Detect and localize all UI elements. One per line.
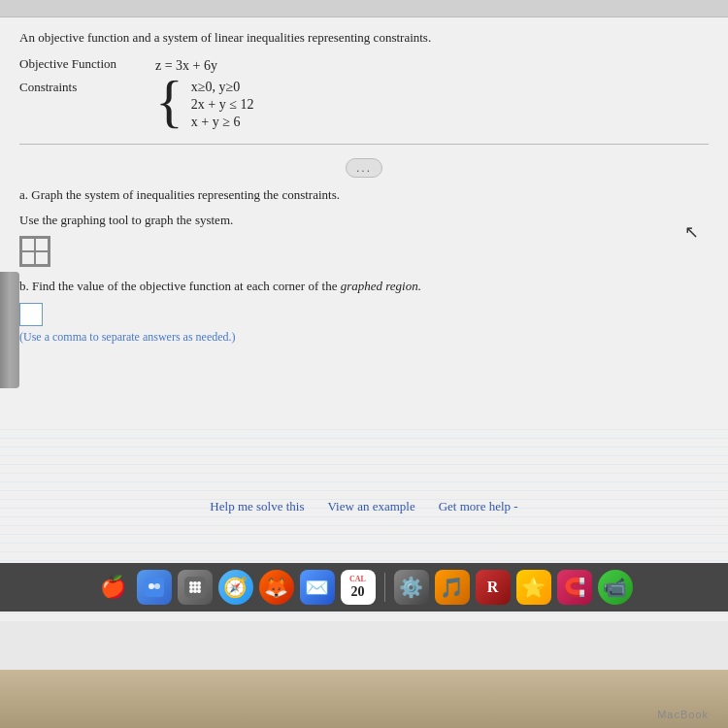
cursor-arrow: ↖ — [684, 221, 699, 243]
constraints-row: Constraints { x≥0, y≥0 2x + y ≤ 12 x + y… — [19, 80, 709, 130]
svg-point-10 — [189, 589, 193, 593]
dock-divider — [384, 573, 385, 602]
macbook-label: MacBook — [657, 709, 709, 720]
constraints-label: Constraints — [19, 80, 155, 130]
screen: An objective function and a system of li… — [0, 0, 728, 670]
bottom-links: Help me solve this View an example Get m… — [0, 499, 728, 514]
dock-system-prefs-icon[interactable]: ⚙️ — [394, 570, 429, 605]
svg-point-11 — [193, 589, 197, 593]
graph-quadrant-2 — [35, 238, 49, 251]
example-link[interactable]: View an example — [328, 499, 415, 514]
svg-point-4 — [189, 581, 193, 585]
dock-finder-icon[interactable] — [137, 570, 172, 605]
help-link[interactable]: Help me solve this — [210, 499, 304, 514]
dock-mail-icon[interactable]: ✉️ — [300, 570, 335, 605]
dock-starred-icon[interactable]: ⭐ — [516, 570, 551, 605]
question-section: a. Graph the system of inequalities repr… — [19, 185, 709, 345]
svg-point-7 — [189, 585, 193, 589]
graph-tool-icon[interactable] — [19, 236, 50, 267]
divider — [19, 144, 709, 145]
dock-magnet-icon[interactable]: 🧲 — [557, 570, 592, 605]
hint-text: (Use a comma to separate answers as need… — [19, 330, 709, 345]
charging-cable — [0, 272, 19, 388]
graph-quadrant-4 — [35, 251, 49, 265]
dock-reeder-icon[interactable]: R — [476, 570, 511, 605]
svg-point-8 — [193, 585, 197, 589]
svg-point-1 — [149, 583, 154, 589]
brace-icon: { — [155, 72, 183, 130]
svg-point-9 — [197, 585, 201, 589]
answer-input-box[interactable] — [19, 303, 43, 326]
question-a-text: a. Graph the system of inequalities repr… — [19, 185, 709, 205]
dock-facetime-icon[interactable]: 📹 — [598, 570, 633, 605]
svg-point-12 — [197, 589, 201, 593]
constraints-list: x≥0, y≥0 2x + y ≤ 12 x + y ≥ 6 — [191, 80, 254, 130]
dock-apple-icon[interactable]: 🍎 — [96, 570, 131, 605]
dots-button[interactable]: ... — [346, 158, 382, 178]
dock-safari-icon[interactable]: 🧭 — [218, 570, 253, 605]
svg-point-6 — [197, 581, 201, 585]
constraint-2: 2x + y ≤ 12 — [191, 97, 254, 113]
objective-label: Objective Function — [19, 56, 155, 74]
constraint-1: x≥0, y≥0 — [191, 80, 254, 95]
dock-sound-icon[interactable]: 🎵 — [435, 570, 470, 605]
graph-quadrant-3 — [21, 251, 35, 265]
svg-point-2 — [154, 583, 160, 589]
question-b-text: b. Find the value of the objective funct… — [19, 277, 709, 296]
graphing-instruction: Use the graphing tool to graph the syste… — [19, 213, 709, 228]
top-bar — [0, 0, 728, 17]
problem-intro: An objective function and a system of li… — [19, 29, 709, 47]
dock-calendar-icon[interactable]: CAL 20 — [341, 570, 376, 605]
graph-quadrant-1 — [21, 238, 35, 251]
constraints-block: { x≥0, y≥0 2x + y ≤ 12 x + y ≥ 6 — [155, 80, 253, 130]
svg-point-5 — [193, 581, 197, 585]
more-help-link[interactable]: Get more help - — [439, 499, 518, 514]
laptop-bezel: MacBook — [0, 670, 728, 728]
svg-rect-0 — [145, 578, 164, 597]
taskbar: 🍎 🧭 � — [0, 563, 728, 612]
dock-firefox-icon[interactable]: 🦊 — [259, 570, 294, 605]
content-area: An objective function and a system of li… — [0, 17, 728, 621]
objective-row: Objective Function z = 3x + 6y — [19, 56, 709, 74]
constraint-3: x + y ≥ 6 — [191, 115, 254, 130]
dock-launchpad-icon[interactable] — [178, 570, 213, 605]
dots-container: ... — [19, 158, 709, 178]
